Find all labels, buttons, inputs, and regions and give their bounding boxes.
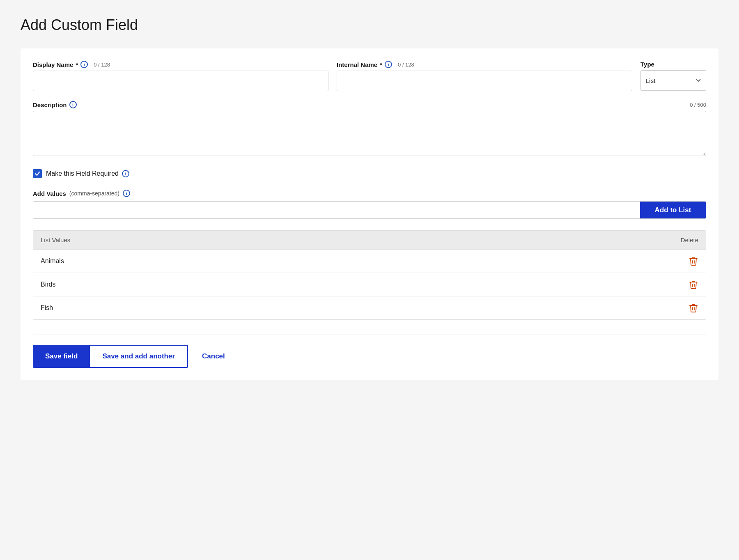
type-group: Type List Text Number Date Boolean [640, 61, 706, 91]
table-row: Birds [33, 273, 706, 296]
list-item-fish: Fish [41, 304, 53, 312]
save-field-button[interactable]: Save field [33, 345, 90, 368]
add-values-header: Add Values (comma-separated) i [33, 190, 706, 197]
internal-name-label-text: Internal Name [337, 61, 377, 68]
description-label: Description i [33, 101, 77, 108]
save-add-another-button[interactable]: Save and add another [90, 345, 188, 368]
internal-name-input[interactable] [337, 71, 632, 91]
add-values-label-text: Add Values [33, 190, 66, 197]
delete-header-text: Delete [681, 236, 698, 243]
display-name-label: Display Name * i 0 / 128 [33, 61, 328, 68]
description-section: Description i 0 / 500 [33, 101, 706, 158]
list-values-header-text: List Values [41, 236, 70, 243]
required-checkbox[interactable] [33, 169, 42, 178]
add-values-info-icon[interactable]: i [123, 190, 130, 197]
internal-name-char-count: 0 / 128 [398, 62, 414, 68]
display-name-required: * [76, 61, 78, 68]
table-row: Fish [33, 296, 706, 319]
delete-birds-icon[interactable] [689, 280, 698, 289]
checkmark-icon [34, 171, 40, 177]
delete-animals-icon[interactable] [689, 256, 698, 266]
table-row: Animals [33, 249, 706, 273]
description-label-text: Description [33, 101, 67, 108]
display-name-info-icon[interactable]: i [80, 61, 88, 68]
add-to-list-button[interactable]: Add to List [640, 202, 706, 218]
list-item-birds: Birds [41, 281, 55, 288]
form-container: Display Name * i 0 / 128 Internal Name *… [21, 48, 718, 380]
type-select[interactable]: List Text Number Date Boolean [640, 70, 706, 91]
description-char-count: 0 / 500 [690, 102, 706, 108]
table-header: List Values Delete [33, 231, 706, 249]
display-name-char-count: 0 / 128 [94, 62, 110, 68]
internal-name-required: * [380, 61, 382, 68]
add-values-input-row: Add to List [33, 201, 706, 219]
add-values-comma-note: (comma-separated) [69, 190, 119, 197]
internal-name-group: Internal Name * i 0 / 128 [337, 61, 632, 91]
internal-name-label: Internal Name * i 0 / 128 [337, 61, 632, 68]
required-label-text: Make this Field Required [46, 170, 119, 177]
cancel-button[interactable]: Cancel [192, 346, 235, 367]
display-name-label-text: Display Name [33, 61, 73, 68]
description-header: Description i 0 / 500 [33, 101, 706, 108]
required-section: Make this Field Required i [33, 169, 706, 178]
list-values-table: List Values Delete Animals Birds [33, 230, 706, 320]
display-name-group: Display Name * i 0 / 128 [33, 61, 328, 91]
internal-name-info-icon[interactable]: i [385, 61, 392, 68]
list-item-animals: Animals [41, 257, 64, 265]
page-title: Add Custom Field [21, 16, 718, 34]
delete-fish-icon[interactable] [689, 303, 698, 313]
required-label: Make this Field Required i [46, 170, 129, 177]
footer-buttons: Save field Save and add another Cancel [33, 335, 706, 368]
required-info-icon[interactable]: i [122, 170, 129, 177]
fields-row: Display Name * i 0 / 128 Internal Name *… [33, 61, 706, 91]
display-name-input[interactable] [33, 71, 328, 91]
add-values-input[interactable] [33, 202, 640, 218]
add-values-section: Add Values (comma-separated) i Add to Li… [33, 190, 706, 219]
description-textarea[interactable] [33, 111, 706, 156]
type-label-text: Type [640, 61, 654, 68]
type-label: Type [640, 61, 706, 68]
description-info-icon[interactable]: i [69, 101, 77, 108]
